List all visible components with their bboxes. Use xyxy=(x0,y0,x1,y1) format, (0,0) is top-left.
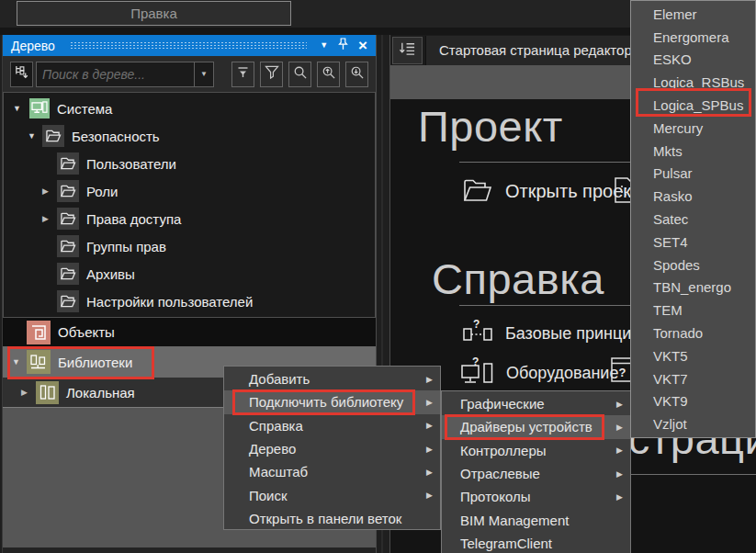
context-menu-item[interactable]: Добавить▶ xyxy=(224,367,440,390)
driver-menu-item[interactable]: Rasko xyxy=(631,185,755,208)
tree-item[interactable]: Архивы xyxy=(4,260,375,288)
chevron-right-icon: ▶ xyxy=(426,398,433,407)
objects-icon xyxy=(27,321,51,344)
svg-text:?: ? xyxy=(472,356,479,368)
application-window: Правка Стартовая страница редактора Прое… xyxy=(0,0,756,553)
chevron-right-icon: ▶ xyxy=(426,421,433,430)
basic-principles-link[interactable]: ? Базовые принципы xyxy=(462,318,652,349)
driver-menu-item[interactable]: Satec xyxy=(631,208,755,231)
driver-menu-item[interactable]: Tornado xyxy=(631,322,755,344)
folder-icon xyxy=(57,180,79,202)
chevron-collapsed-icon[interactable]: ▶ xyxy=(42,214,57,223)
chevron-right-icon: ▶ xyxy=(426,445,433,454)
context-menu-item[interactable]: Справка▶ xyxy=(224,414,440,437)
driver-menu-item[interactable]: VKT5 xyxy=(631,344,755,367)
driver-menu-item[interactable]: Logica_RSBus xyxy=(631,71,755,94)
chevron-expanded-icon[interactable]: ▼ xyxy=(28,131,42,141)
driver-menu-item[interactable]: Energomera xyxy=(631,26,755,49)
chevron-collapsed-icon[interactable]: ▶ xyxy=(21,388,36,397)
tree-section-objects[interactable]: Объекты xyxy=(3,318,376,346)
driver-menu-item[interactable]: VKT9 xyxy=(631,390,755,413)
context-menu-item[interactable]: Масштаб▶ xyxy=(224,460,440,483)
tree-item[interactable]: ▼Система xyxy=(4,95,375,122)
driver-menu-item[interactable]: TBN_energo xyxy=(631,276,755,299)
chevron-right-icon: ▶ xyxy=(616,446,623,455)
driver-menu-item[interactable]: Pulsar xyxy=(631,163,755,186)
folder-icon xyxy=(57,263,79,285)
chevron-right-icon: ▶ xyxy=(426,375,433,384)
help-heading: Справка xyxy=(432,254,604,304)
driver-submenu: ElemerEnergomeraESKOLogica_RSBusLogica_S… xyxy=(630,0,756,438)
submenu-item[interactable]: Драйверы устройств▶ xyxy=(442,415,630,438)
context-menu-item[interactable]: Дерево▶ xyxy=(224,437,440,460)
drag-handle[interactable] xyxy=(70,41,307,50)
driver-menu-item[interactable]: Mercury xyxy=(631,117,755,140)
tree-item[interactable]: ▼Безопасность xyxy=(4,122,375,150)
close-icon[interactable]: × xyxy=(358,35,367,56)
libraries-icon xyxy=(27,350,51,374)
search-box: ▼ xyxy=(36,62,214,87)
driver-menu-item[interactable]: Logica_SPBus xyxy=(631,94,755,117)
chevron-collapsed-icon[interactable]: ▶ xyxy=(42,186,57,196)
search-down-icon xyxy=(350,65,365,84)
tree-item[interactable]: Группы прав xyxy=(4,232,375,260)
hardware-label: Оборудование xyxy=(506,364,618,383)
tree-item[interactable]: ▶Права доступа xyxy=(4,205,375,232)
submenu-item[interactable]: Контроллеры▶ xyxy=(442,439,630,462)
tree-item[interactable]: ▶Роли xyxy=(4,177,375,205)
context-menu-item[interactable]: Открыть в панели веток xyxy=(224,507,440,530)
tab-list-button[interactable] xyxy=(392,37,423,64)
context-menu-item[interactable]: Подключить библиотеку▶ xyxy=(224,390,440,413)
folder-icon xyxy=(57,290,79,312)
driver-menu-item[interactable]: VKT7 xyxy=(631,367,755,390)
driver-menu-item[interactable]: Spodes xyxy=(631,254,755,276)
search-dropdown-button[interactable]: ▼ xyxy=(194,62,213,86)
chevron-expanded-icon[interactable]: ▼ xyxy=(12,357,27,367)
submenu-item[interactable]: Протоколы▶ xyxy=(442,485,630,508)
tree-search-input[interactable] xyxy=(37,62,194,86)
pin-icon[interactable] xyxy=(338,35,348,56)
context-menu: Добавить▶Подключить библиотеку▶Справка▶Д… xyxy=(223,366,441,530)
context-menu-item[interactable]: Поиск▶ xyxy=(224,483,440,506)
tree-options-icon xyxy=(14,64,29,84)
chevron-right-icon: ▶ xyxy=(616,423,623,432)
search-up-button[interactable] xyxy=(317,62,340,87)
svg-text:?: ? xyxy=(619,366,626,379)
tree-panel-title: Дерево xyxy=(11,39,55,53)
submenu-item[interactable]: Графические▶ xyxy=(442,392,630,415)
open-folder-icon xyxy=(462,176,492,207)
hardware-help-icon: ? xyxy=(460,356,494,390)
linked-help-icon: ? xyxy=(462,318,493,349)
driver-menu-item[interactable]: Mkts xyxy=(631,140,755,163)
chevron-right-icon: ▶ xyxy=(616,492,623,502)
folder-icon xyxy=(57,235,79,257)
chevron-right-icon: ▶ xyxy=(616,469,623,479)
driver-menu-item[interactable]: Vzljot xyxy=(631,412,755,435)
search-up-icon xyxy=(322,65,336,84)
edit-menu-button[interactable]: Правка xyxy=(17,1,291,26)
local-library-icon xyxy=(36,381,59,404)
tree-items: ▼Система▼БезопасностьПользователи▶Роли▶П… xyxy=(3,92,376,318)
panel-menu-chevron-icon[interactable]: ▼ xyxy=(320,35,328,56)
tree-panel-titlebar[interactable]: Дерево ▼ × xyxy=(3,35,376,56)
search-down-button[interactable] xyxy=(345,62,368,87)
tree-options-button[interactable] xyxy=(10,62,33,87)
filter-button[interactable] xyxy=(260,62,283,87)
tree-item[interactable]: Настройки пользователей xyxy=(4,288,375,315)
collapse-all-button[interactable] xyxy=(231,62,254,87)
driver-menu-item[interactable]: ESKO xyxy=(631,49,755,72)
library-submenu: Графические▶Драйверы устройств▶Контролле… xyxy=(441,390,631,553)
tree-item[interactable]: Пользователи xyxy=(4,150,375,177)
folder-icon xyxy=(57,208,79,230)
driver-menu-item[interactable]: SET4 xyxy=(631,231,755,254)
driver-menu-item[interactable]: Elemer xyxy=(631,3,755,26)
chevron-expanded-icon[interactable]: ▼ xyxy=(13,104,28,113)
hardware-link[interactable]: ? Оборудование xyxy=(460,356,618,390)
search-icon xyxy=(293,65,308,84)
driver-menu-item[interactable]: TEM xyxy=(631,299,755,322)
chevron-right-icon: ▶ xyxy=(426,491,433,500)
submenu-item[interactable]: TelegramClient xyxy=(442,532,630,553)
search-button[interactable] xyxy=(288,62,311,87)
submenu-item[interactable]: BIM Management xyxy=(442,508,630,531)
submenu-item[interactable]: Отраслевые▶ xyxy=(442,462,630,485)
